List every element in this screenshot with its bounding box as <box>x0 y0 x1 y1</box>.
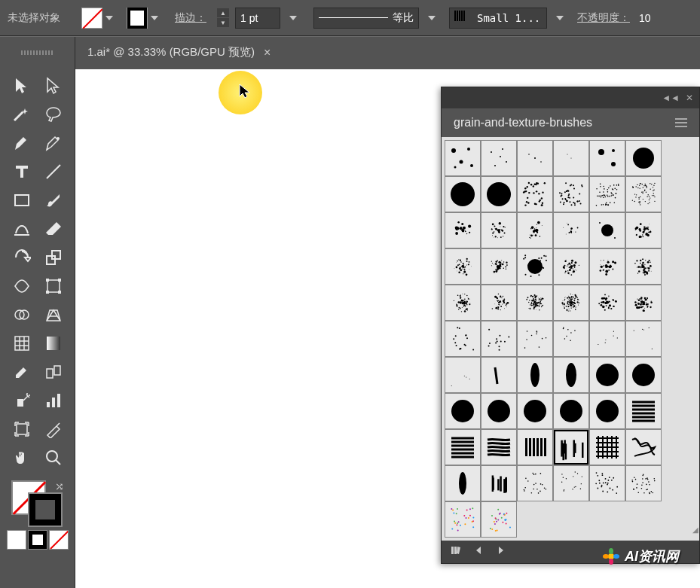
brush-thumbnail[interactable] <box>553 285 589 321</box>
brush-thumbnail[interactable] <box>625 357 662 393</box>
brush-thumbnail[interactable] <box>625 285 662 321</box>
brush-thumbnail[interactable] <box>445 285 481 321</box>
brush-thumbnail[interactable] <box>625 212 662 248</box>
brush-thumbnail[interactable] <box>445 248 481 285</box>
brush-thumbnail[interactable] <box>625 429 662 465</box>
brush-thumbnail[interactable] <box>553 321 589 357</box>
close-tab-icon[interactable]: × <box>264 46 271 59</box>
symbol-sprayer-tool[interactable] <box>8 388 35 413</box>
brush-thumbnail[interactable] <box>517 176 553 212</box>
selection-tool[interactable] <box>8 74 35 98</box>
document-tab[interactable]: 1.ai* @ 33.33% (RGB/GPU 预览) × <box>75 37 283 69</box>
width-tool[interactable] <box>8 274 35 298</box>
brush-thumbnail[interactable] <box>625 321 662 357</box>
brush-thumbnail[interactable] <box>481 140 517 176</box>
brush-thumbnail[interactable] <box>589 212 625 248</box>
fill-swatch[interactable] <box>81 8 102 29</box>
brush-thumbnail[interactable] <box>589 465 625 501</box>
brush-thumbnail[interactable] <box>481 501 517 538</box>
line-tool[interactable] <box>40 160 67 184</box>
opacity-value[interactable]: 10 <box>639 12 651 24</box>
none-mode[interactable] <box>49 530 69 550</box>
stroke-weight-dropdown[interactable] <box>286 8 300 29</box>
artboard-tool[interactable] <box>8 417 35 441</box>
fill-dropdown[interactable] <box>102 8 116 29</box>
brush-thumbnail[interactable] <box>625 465 662 501</box>
stroke-swatch[interactable] <box>127 8 148 29</box>
pen-tool[interactable] <box>8 131 35 155</box>
eraser-tool[interactable] <box>40 217 67 241</box>
brush-thumbnail[interactable] <box>517 212 553 248</box>
brush-thumbnail[interactable] <box>517 285 553 321</box>
brush-thumbnail[interactable] <box>481 248 517 285</box>
brush-thumbnail[interactable] <box>589 140 625 176</box>
magic-wand-tool[interactable] <box>8 102 35 126</box>
panel-menu-icon[interactable] <box>675 118 687 127</box>
brush-thumbnail[interactable] <box>445 212 481 248</box>
brush-thumbnail[interactable] <box>481 212 517 248</box>
brush-thumbnail[interactable] <box>481 393 517 429</box>
brush-thumbnail[interactable] <box>553 465 589 501</box>
brush-thumbnail[interactable] <box>553 248 589 285</box>
lasso-tool[interactable] <box>40 102 67 126</box>
eyedropper-tool[interactable] <box>8 360 35 384</box>
width-profile-field[interactable]: 等比 <box>313 8 419 29</box>
brush-thumbnail[interactable] <box>589 285 625 321</box>
brush-thumbnail[interactable] <box>589 321 625 357</box>
panel-close-icon[interactable]: ✕ <box>686 93 693 103</box>
panel-resize-handle[interactable]: ◢ <box>692 526 698 534</box>
brush-thumbnail[interactable] <box>553 140 589 176</box>
mesh-tool[interactable] <box>8 331 35 355</box>
stroke-indicator[interactable] <box>28 492 63 527</box>
curvature-tool[interactable] <box>40 131 67 155</box>
brush-thumbnail[interactable] <box>445 393 481 429</box>
brush-thumbnail[interactable] <box>553 176 589 212</box>
brush-thumbnail[interactable] <box>553 429 589 465</box>
brush-thumbnail[interactable] <box>589 429 625 465</box>
rectangle-tool[interactable] <box>8 188 35 212</box>
brush-thumbnail[interactable] <box>625 248 662 285</box>
brush-thumbnail[interactable] <box>445 501 481 538</box>
brush-thumbnail[interactable] <box>517 393 553 429</box>
brush-thumbnail[interactable] <box>517 465 553 501</box>
shape-builder-tool[interactable] <box>8 303 35 327</box>
brush-thumbnail[interactable] <box>445 357 481 393</box>
rotate-tool[interactable] <box>8 245 35 270</box>
panel-collapse-icon[interactable]: ◄◄ <box>662 93 680 103</box>
color-mode[interactable] <box>7 530 26 550</box>
type-tool[interactable] <box>8 160 35 184</box>
fill-stroke-indicator[interactable]: ⤭ <box>11 480 64 526</box>
brush-thumbnail[interactable] <box>625 393 662 429</box>
brush-thumbnail[interactable] <box>445 140 481 176</box>
brush-thumbnail[interactable] <box>517 140 553 176</box>
stepper-down[interactable]: ▼ <box>217 18 229 27</box>
brush-thumbnail[interactable] <box>517 321 553 357</box>
brush-thumbnail[interactable] <box>481 285 517 321</box>
shaper-tool[interactable] <box>8 217 35 241</box>
zoom-tool[interactable] <box>40 446 67 470</box>
brush-thumbnail[interactable] <box>589 393 625 429</box>
profile-dropdown[interactable] <box>425 8 439 29</box>
brush-thumbnail[interactable] <box>553 393 589 429</box>
brush-thumbnail[interactable] <box>445 176 481 212</box>
brush-thumbnail[interactable] <box>625 140 662 176</box>
brush-thumbnail[interactable] <box>553 212 589 248</box>
prev-icon[interactable] <box>473 545 484 559</box>
stepper-up[interactable]: ▲ <box>217 8 229 17</box>
brush-thumbnail[interactable] <box>481 176 517 212</box>
brush-thumbnail[interactable] <box>589 357 625 393</box>
brush-thumbnail[interactable] <box>553 357 589 393</box>
brush-thumbnail[interactable] <box>625 176 662 212</box>
brush-thumbnail[interactable] <box>517 248 553 285</box>
brush-thumbnail[interactable] <box>517 357 553 393</box>
swap-fill-stroke-icon[interactable]: ⤭ <box>55 480 64 492</box>
brush-thumbnail[interactable] <box>445 429 481 465</box>
blend-tool[interactable] <box>40 360 67 384</box>
free-transform-tool[interactable] <box>40 274 67 298</box>
stroke-weight-label[interactable]: 描边： <box>175 11 206 25</box>
brush-thumbnail[interactable] <box>517 429 553 465</box>
hand-tool[interactable] <box>8 446 35 470</box>
paintbrush-tool[interactable] <box>40 188 67 212</box>
brush-thumbnail[interactable] <box>481 465 517 501</box>
direct-selection-tool[interactable] <box>40 74 67 98</box>
